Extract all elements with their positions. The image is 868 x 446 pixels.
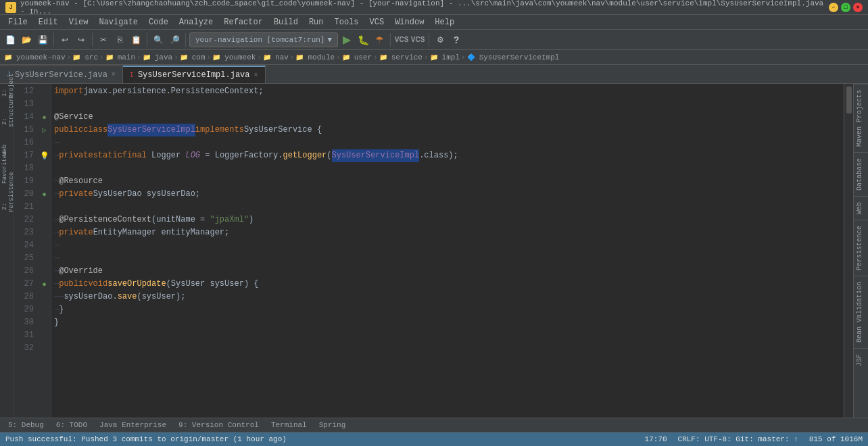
breadcrumb-item-module[interactable]: 📁 module — [295, 53, 335, 61]
code-line[interactable]: →public void saveOrUpdate(SysUser sysUse… — [51, 278, 844, 291]
gutter-line — [38, 303, 51, 316]
breadcrumb-item-service[interactable]: 📁 service — [379, 53, 423, 61]
tab-close-button[interactable]: × — [254, 72, 258, 79]
redo-button[interactable]: ↪ — [74, 32, 89, 47]
code-line[interactable]: →private static final Logger LOG = Logge… — [51, 149, 844, 162]
line-number: 32 — [14, 342, 34, 355]
code-line[interactable]: → — [51, 252, 844, 265]
line-numbers: 1213141516171819202122232425262728293031… — [14, 84, 38, 418]
code-line[interactable]: @Service — [51, 111, 844, 124]
breadcrumb-item-youmeek-nav[interactable]: 📁 youmeek-nav — [4, 53, 66, 61]
breadcrumb-item-nav[interactable]: 📁 nav — [263, 53, 289, 61]
find-button[interactable]: 🔍 — [151, 32, 166, 47]
right-panel-jsf[interactable]: JSF — [854, 348, 868, 372]
right-panel-maven-projects[interactable]: Maven Projects — [854, 84, 868, 152]
breadcrumb-item-youmeek[interactable]: 📁 youmeek — [212, 53, 256, 61]
run-button[interactable]: ▶ — [339, 32, 354, 47]
scroll-thumb[interactable] — [846, 86, 852, 114]
help-button[interactable]: ? — [449, 32, 464, 47]
code-line[interactable]: →@Resource — [51, 175, 844, 188]
code-line[interactable]: →@Override — [51, 265, 844, 278]
persistence-tool[interactable]: 2: Persistence — [1, 201, 12, 212]
gutter-line — [38, 291, 51, 303]
vcs-button[interactable]: VCS — [394, 32, 409, 47]
menu-item-navigate[interactable]: Navigate — [93, 16, 143, 28]
menu-item-refactor[interactable]: Refactor — [218, 16, 268, 28]
breadcrumb-item-java[interactable]: 📁 java — [143, 53, 172, 61]
menu-item-edit[interactable]: Edit — [33, 16, 64, 28]
save-button[interactable]: 💾 — [35, 32, 50, 47]
undo-button[interactable]: ↩ — [57, 32, 72, 47]
code-line[interactable] — [51, 342, 844, 355]
menu-item-file[interactable]: File — [3, 16, 33, 28]
copy-button[interactable]: ⎘ — [112, 32, 127, 47]
code-line[interactable]: →@PersistenceContext(unitName = "jpaXml"… — [51, 214, 844, 226]
code-line[interactable]: →private EntityManager entityManager; — [51, 226, 844, 239]
bottom-tab-6-todo[interactable]: 6: TODO — [51, 420, 93, 430]
code-line[interactable]: →} — [51, 303, 844, 316]
coverage-button[interactable]: ☂ — [372, 32, 387, 47]
scrollbar[interactable] — [844, 84, 853, 418]
separator-3 — [147, 33, 147, 47]
replace-button[interactable]: 🔎 — [167, 32, 182, 47]
code-line[interactable] — [51, 98, 844, 111]
new-button[interactable]: 📄 — [3, 32, 18, 47]
bottom-tab-5-debug[interactable]: 5: Debug — [3, 420, 49, 430]
code-line[interactable]: import javax.persistence.PersistenceCont… — [51, 85, 844, 98]
right-panel-persistence[interactable]: Persistence — [854, 220, 868, 276]
code-editor[interactable]: import javax.persistence.PersistenceCont… — [51, 84, 844, 418]
menu-item-run[interactable]: Run — [304, 16, 329, 28]
maximize-button[interactable]: □ — [841, 3, 850, 12]
menu-item-view[interactable]: View — [64, 16, 94, 28]
breadcrumb-item-main[interactable]: 📁 main — [105, 53, 135, 61]
menu-item-analyze[interactable]: Analyze — [174, 16, 218, 28]
menu-item-window[interactable]: Window — [389, 16, 429, 28]
nav-separator: › — [174, 53, 178, 61]
nav-separator: › — [461, 53, 466, 61]
debug-button[interactable]: 🐛 — [356, 32, 370, 47]
minimize-button[interactable]: – — [829, 3, 838, 12]
menu-item-build[interactable]: Build — [268, 16, 304, 28]
bottom-tab-spring[interactable]: Spring — [314, 420, 352, 430]
code-line[interactable]: public class SysUserServiceImpl implemen… — [51, 124, 844, 137]
breadcrumb-item-sysuserserviceimpl[interactable]: 🔷 SysUserServiceImpl — [467, 53, 560, 61]
breadcrumb-item-com[interactable]: 📁 com — [180, 53, 206, 61]
run-config[interactable]: your-navigation [tomcat7:run] ▼ — [189, 32, 338, 47]
settings-button[interactable]: ⚙ — [433, 32, 448, 47]
close-button[interactable]: ✕ — [853, 3, 863, 12]
cut-button[interactable]: ✂ — [96, 32, 111, 47]
code-line[interactable] — [51, 201, 844, 214]
breadcrumb-item-impl[interactable]: 📁 impl — [430, 53, 460, 61]
code-line[interactable] — [51, 329, 844, 342]
code-line[interactable]: → — [51, 239, 844, 252]
tab-tab1[interactable]: JSysUserService.java× — [0, 66, 123, 83]
bottom-tab-terminal[interactable]: Terminal — [266, 420, 312, 430]
code-line[interactable]: →private SysUserDao sysUserDao; — [51, 188, 844, 201]
menu-item-help[interactable]: Help — [429, 16, 460, 28]
code-line[interactable] — [51, 162, 844, 175]
code-line[interactable]: → — [51, 137, 844, 149]
code-line[interactable]: →→sysUserDao.save(sysUser); — [51, 291, 844, 303]
gutter-icon: ● — [42, 191, 47, 199]
breadcrumb-item-src[interactable]: 📁 src — [72, 53, 98, 61]
line-number: 12 — [14, 85, 34, 98]
right-panel-web[interactable]: Web — [854, 196, 868, 220]
tab-tab2[interactable]: ISysUserServiceImpl.java× — [123, 66, 266, 83]
right-panel-bean-validation[interactable]: Bean Validation — [854, 276, 868, 348]
menu-item-tools[interactable]: Tools — [329, 16, 364, 28]
right-panel-database[interactable]: Database — [854, 152, 868, 196]
open-button[interactable]: 📂 — [19, 32, 34, 47]
tab-bar: JSysUserService.java×ISysUserServiceImpl… — [0, 65, 868, 84]
vcs2-button[interactable]: VCS — [410, 32, 425, 47]
breadcrumb-item-user[interactable]: 📁 user — [342, 53, 372, 61]
tab-close-button[interactable]: × — [112, 71, 116, 78]
menu-item-code[interactable]: Code — [143, 16, 174, 28]
gutter-line — [38, 162, 51, 175]
menu-item-vcs[interactable]: VCS — [364, 16, 390, 28]
structure-tool[interactable]: 2: Structure — [1, 116, 12, 127]
paste-button[interactable]: 📋 — [128, 32, 143, 47]
bottom-tab-java-enterprise[interactable]: Java Enterprise — [94, 420, 172, 430]
code-line[interactable]: } — [51, 316, 844, 329]
bottom-tab-9-version-control[interactable]: 9: Version Control — [173, 420, 264, 430]
gutter-line — [38, 98, 51, 111]
